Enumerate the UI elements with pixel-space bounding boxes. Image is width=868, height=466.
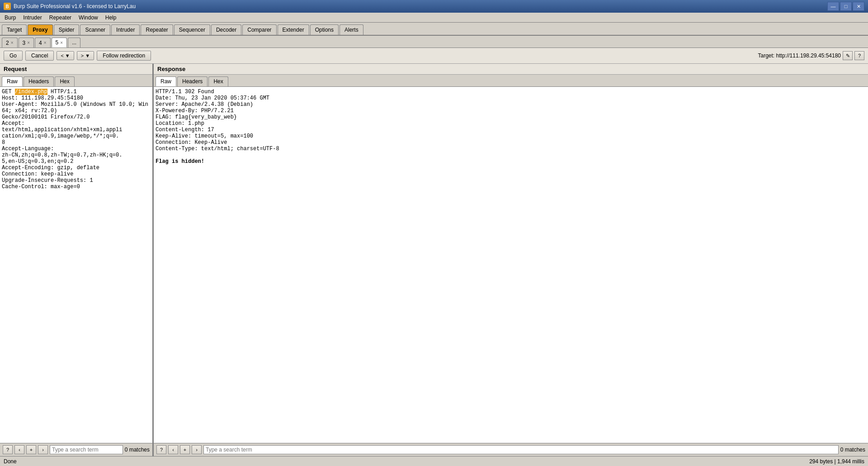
response-search-next-button[interactable]: › (192, 445, 202, 454)
menu-repeater[interactable]: Repeater (47, 14, 74, 22)
request-highlighted-path: /index.php (15, 89, 47, 95)
menu-intruder[interactable]: Intruder (20, 14, 44, 22)
tab-intruder[interactable]: Intruder (111, 24, 140, 35)
response-search-prev-button[interactable]: ‹ (168, 445, 178, 454)
title-bar-left: B Burp Suite Professional v1.6 - license… (4, 3, 136, 10)
request-search-prev-button[interactable]: ‹ (14, 445, 24, 454)
request-tab-raw[interactable]: Raw (2, 76, 23, 86)
target-label-text: Target: http://111.198.29.45:54180 (758, 52, 841, 59)
response-panel: Response Raw Headers Hex HTTP/1.1 302 Fo… (154, 64, 868, 456)
tab-scanner[interactable]: Scanner (80, 24, 110, 35)
request-panel-title: Request (0, 64, 152, 75)
target-edit-button[interactable]: ✎ (843, 51, 853, 60)
tab-proxy[interactable]: Proxy (28, 24, 52, 35)
tab-target[interactable]: Target (2, 24, 27, 35)
menu-window[interactable]: Window (76, 14, 101, 22)
nav-fwd-button[interactable]: > ▼ (77, 51, 94, 60)
toolbar: Go Cancel < ▼ > ▼ Follow redirection Tar… (0, 48, 868, 64)
app-title: Burp Suite Professional v1.6 - licensed … (14, 3, 136, 10)
response-tab-hex[interactable]: Hex (208, 76, 228, 86)
request-search-next-button[interactable]: › (38, 445, 48, 454)
target-label-area: Target: http://111.198.29.45:54180 ✎ ? (758, 51, 864, 60)
request-search-add-button[interactable]: + (26, 445, 36, 454)
req-tab-4[interactable]: 4 × (35, 38, 51, 48)
response-search-matches: 0 matches (840, 447, 865, 453)
request-panel: Request Raw Headers Hex GET /index.php H… (0, 64, 154, 456)
response-tab-headers[interactable]: Headers (177, 76, 208, 86)
response-search-input[interactable] (203, 445, 839, 454)
request-content: GET /index.php HTTP/1.1 Host: 111.198.29… (0, 87, 152, 443)
tab-decoder[interactable]: Decoder (211, 24, 241, 35)
menu-burp[interactable]: Burp (2, 14, 19, 22)
nav-back-button[interactable]: < ▼ (57, 51, 74, 60)
request-tab-headers[interactable]: Headers (24, 76, 54, 86)
target-help-button[interactable]: ? (854, 51, 864, 60)
request-subtabs: Raw Headers Hex (0, 75, 152, 87)
window-controls: — □ ✕ (827, 2, 864, 11)
app-icon: B (4, 3, 11, 10)
follow-redirect-button[interactable]: Follow redirection (97, 51, 151, 61)
main-area: Request Raw Headers Hex GET /index.php H… (0, 64, 868, 456)
request-search-help-button[interactable]: ? (3, 445, 13, 454)
maximize-button[interactable]: □ (840, 2, 852, 11)
status-info: 294 bytes | 1,944 millis (809, 458, 864, 465)
tab-spider[interactable]: Spider (54, 24, 80, 35)
response-subtabs: Raw Headers Hex (154, 75, 868, 87)
req-tab-more[interactable]: ... (68, 38, 80, 48)
response-tab-raw[interactable]: Raw (156, 76, 176, 86)
request-search-matches: 0 matches (125, 447, 150, 453)
close-tab-3-icon[interactable]: × (27, 40, 30, 45)
close-tab-5-icon[interactable]: × (60, 40, 63, 45)
response-content: HTTP/1.1 302 Found Date: Thu, 23 Jan 202… (154, 87, 868, 443)
minimize-button[interactable]: — (827, 2, 839, 11)
tab-extender[interactable]: Extender (278, 24, 309, 35)
close-button[interactable]: ✕ (853, 2, 864, 11)
request-search-input[interactable] (50, 445, 123, 454)
req-tab-3[interactable]: 3 × (19, 38, 34, 48)
tab-comparer[interactable]: Comparer (242, 24, 276, 35)
status-text: Done (4, 458, 17, 465)
tab-sequencer[interactable]: Sequencer (174, 24, 210, 35)
status-bar: Done 294 bytes | 1,944 millis (0, 456, 868, 466)
req-tab-2[interactable]: 2 × (2, 38, 18, 48)
request-search-bar: ? ‹ + › 0 matches (0, 443, 152, 456)
request-tab-hex[interactable]: Hex (55, 76, 74, 86)
request-number-tabs: 2 × 3 × 4 × 5 × ... (0, 36, 868, 48)
main-tab-bar: Target Proxy Spider Scanner Intruder Rep… (0, 23, 868, 36)
tab-options[interactable]: Options (310, 24, 339, 35)
cancel-button[interactable]: Cancel (25, 51, 54, 61)
response-flag-text: Flag is hidden! (156, 158, 204, 165)
go-button[interactable]: Go (4, 51, 23, 61)
title-bar: B Burp Suite Professional v1.6 - license… (0, 0, 868, 13)
response-search-help-button[interactable]: ? (156, 445, 166, 454)
tab-alerts[interactable]: Alerts (340, 24, 363, 35)
response-search-add-button[interactable]: + (180, 445, 190, 454)
menu-bar: Burp Intruder Repeater Window Help (0, 13, 868, 23)
req-tab-5[interactable]: 5 × (52, 38, 67, 48)
menu-help[interactable]: Help (103, 14, 119, 22)
close-tab-2-icon[interactable]: × (11, 40, 14, 45)
close-tab-4-icon[interactable]: × (44, 40, 47, 45)
tab-repeater[interactable]: Repeater (141, 24, 173, 35)
response-search-bar: ? ‹ + › 0 matches (154, 443, 868, 456)
response-panel-title: Response (154, 64, 868, 75)
